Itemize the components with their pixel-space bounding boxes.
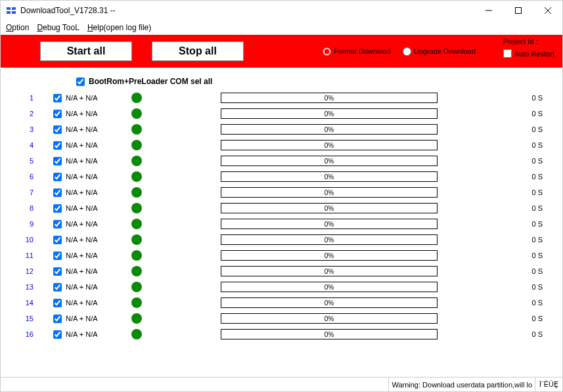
minimize-button[interactable] — [474, 1, 503, 20]
device-row: 15N/A + N/A0%0 S — [14, 312, 549, 325]
progress-bar: 0% — [221, 171, 438, 182]
row-checkbox[interactable] — [53, 267, 62, 276]
device-row: 16N/A + N/A0%0 S — [14, 328, 549, 341]
status-dot-icon — [131, 219, 142, 229]
format-download-radio[interactable]: Format Download — [323, 47, 391, 56]
row-time: 0 S — [503, 267, 543, 275]
row-checkbox[interactable] — [53, 283, 62, 292]
row-number: 10 — [14, 236, 34, 244]
device-row: 6N/A + N/A0%0 S — [14, 170, 549, 183]
row-checkbox[interactable] — [53, 141, 62, 150]
menu-help[interactable]: Help(open log file) — [87, 23, 151, 32]
progress-bar: 0% — [221, 93, 438, 103]
upgrade-download-label: Upgrade Download — [414, 47, 476, 55]
statusbar-tail: Ì¨ÊÚȨ — [535, 378, 562, 391]
row-label: N/A + N/A — [66, 110, 125, 118]
status-dot-icon — [131, 140, 142, 150]
progress-bar: 0% — [221, 297, 438, 308]
row-checkbox[interactable] — [53, 94, 62, 102]
row-checkbox[interactable] — [53, 110, 62, 118]
row-label: N/A + N/A — [66, 157, 125, 165]
row-number: 7 — [14, 188, 34, 196]
row-label: N/A + N/A — [66, 283, 125, 291]
row-checkbox[interactable] — [53, 188, 62, 197]
row-checkbox[interactable] — [53, 220, 62, 229]
download-mode-group: Format Download Upgrade Download — [323, 47, 476, 56]
rows-container: 1N/A + N/A0%0 S2N/A + N/A0%0 S3N/A + N/A… — [14, 91, 549, 341]
row-checkbox[interactable] — [53, 236, 62, 244]
row-number: 15 — [14, 315, 34, 322]
row-checkbox[interactable] — [53, 125, 62, 134]
device-row: 14N/A + N/A0%0 S — [14, 296, 549, 309]
row-checkbox[interactable] — [53, 204, 62, 213]
row-number: 9 — [14, 220, 34, 228]
maximize-button[interactable] — [503, 1, 533, 20]
row-time: 0 S — [503, 299, 543, 307]
project-id-label: Project Id : — [503, 37, 554, 45]
device-row: 13N/A + N/A0%0 S — [14, 280, 549, 294]
statusbar-warning: Warning: Download userdata partition,wil… — [388, 378, 535, 391]
format-download-input[interactable] — [323, 47, 331, 56]
device-row: 11N/A + N/A0%0 S — [14, 249, 549, 262]
auto-restart-input[interactable] — [503, 49, 512, 58]
row-number: 5 — [14, 157, 34, 165]
row-time: 0 S — [503, 94, 543, 102]
progress-bar: 0% — [221, 250, 438, 261]
status-dot-icon — [131, 329, 142, 339]
status-dot-icon — [131, 187, 142, 198]
row-time: 0 S — [503, 188, 543, 196]
progress-bar: 0% — [221, 140, 438, 150]
auto-restart-checkbox[interactable]: Auto Restart — [503, 49, 554, 58]
row-time: 0 S — [503, 251, 543, 259]
row-number: 1 — [14, 94, 34, 102]
row-checkbox[interactable] — [53, 173, 62, 181]
format-download-label: Format Download — [334, 47, 391, 55]
upgrade-download-radio[interactable]: Upgrade Download — [403, 47, 476, 56]
start-all-button[interactable]: Start all — [40, 41, 132, 61]
status-dot-icon — [131, 297, 142, 308]
device-row: 1N/A + N/A0%0 S — [14, 91, 549, 104]
titlebar: DownloadTool_V1728.31 -- — [1, 1, 562, 20]
status-dot-icon — [131, 234, 142, 245]
select-all-label: BootRom+PreLoader COM sel all — [89, 77, 212, 86]
row-checkbox[interactable] — [53, 157, 62, 165]
menu-option[interactable]: Option — [6, 23, 29, 32]
row-checkbox[interactable] — [53, 315, 62, 323]
device-row: 9N/A + N/A0%0 S — [14, 217, 549, 230]
row-checkbox[interactable] — [53, 330, 62, 339]
row-time: 0 S — [503, 204, 543, 212]
row-number: 6 — [14, 173, 34, 181]
auto-restart-label: Auto Restart — [514, 50, 554, 58]
progress-bar: 0% — [221, 266, 438, 276]
menu-debug[interactable]: Debug TooL — [37, 23, 79, 32]
content-area: BootRom+PreLoader COM sel all 1N/A + N/A… — [1, 68, 562, 377]
status-dot-icon — [131, 108, 142, 119]
window-controls — [474, 1, 562, 20]
row-checkbox[interactable] — [53, 299, 62, 307]
device-row: 12N/A + N/A0%0 S — [14, 265, 549, 278]
progress-bar: 0% — [221, 219, 438, 229]
svg-rect-3 — [12, 11, 16, 14]
close-button[interactable] — [533, 1, 562, 20]
row-time: 0 S — [503, 125, 543, 133]
stop-all-button[interactable]: Stop all — [152, 41, 244, 61]
status-dot-icon — [131, 266, 142, 276]
row-label: N/A + N/A — [66, 220, 125, 228]
progress-bar: 0% — [221, 234, 438, 245]
row-checkbox[interactable] — [53, 251, 62, 260]
row-label: N/A + N/A — [66, 94, 125, 102]
select-all-checkbox[interactable] — [76, 77, 85, 86]
progress-bar: 0% — [221, 156, 438, 166]
upgrade-download-input[interactable] — [403, 47, 411, 56]
app-icon — [6, 5, 16, 16]
row-number: 16 — [14, 330, 34, 338]
window-title: DownloadTool_V1728.31 -- — [20, 6, 474, 15]
row-number: 2 — [14, 110, 34, 118]
svg-rect-0 — [7, 7, 11, 10]
status-dot-icon — [131, 282, 142, 292]
row-time: 0 S — [503, 283, 543, 291]
progress-bar: 0% — [221, 124, 438, 135]
status-dot-icon — [131, 156, 142, 166]
row-time: 0 S — [503, 173, 543, 181]
row-label: N/A + N/A — [66, 188, 125, 196]
